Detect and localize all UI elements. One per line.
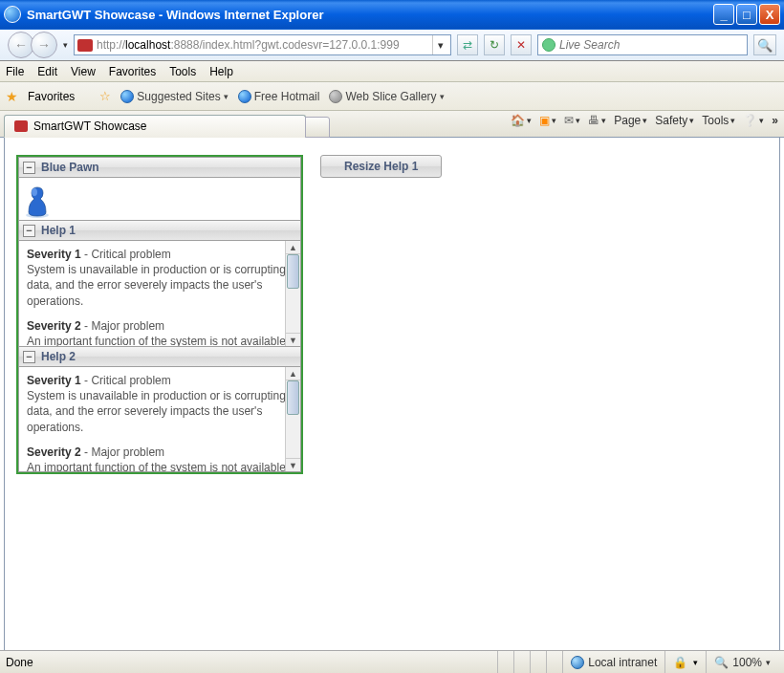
zoom-control[interactable]: 🔍 100% ▾ [706,651,778,673]
bing-icon [542,38,555,52]
globe-icon [571,656,584,669]
section-header-blue-pawn[interactable]: − Blue Pawn [18,157,301,178]
section-header-help2[interactable]: − Help 2 [18,346,301,367]
tools-menu[interactable]: Tools▾ [702,114,735,127]
menu-help[interactable]: Help [209,65,233,78]
ie-icon [4,6,21,23]
section-body-blue-pawn [18,178,301,220]
section-body-help1: Severity 1 - Critical problemSystem is u… [18,241,301,346]
command-bar: 🏠▾ ▣▾ ✉▾ 🖶▾ Page▾ Safety▾ Tools▾ ❔▾ » [511,114,778,127]
collapse-button[interactable]: − [23,225,35,237]
help-button[interactable]: ❔▾ [743,114,764,127]
menu-edit[interactable]: Edit [37,65,57,78]
web-slice-link[interactable]: Web Slice Gallery ▾ [329,90,444,103]
url-field[interactable]: http://localhost:8888/index.html?gwt.cod… [74,34,451,55]
favorites-button[interactable]: Favorites [28,90,75,103]
zone-indicator[interactable]: Local intranet [562,651,664,673]
help2-scrollbar[interactable]: ▲ ▼ [285,367,300,471]
collapse-button[interactable]: − [23,351,35,363]
star-icon: ★ [6,89,18,104]
forward-button[interactable]: → [31,32,57,58]
menu-tools[interactable]: Tools [169,65,196,78]
status-text: Done [6,656,33,669]
help2-text: Severity 1 - Critical problemSystem is u… [19,367,300,472]
home-button[interactable]: 🏠▾ [511,114,532,127]
pawn-icon [23,182,52,218]
menu-bar: File Edit View Favorites Tools Help [0,61,784,82]
search-input[interactable] [559,38,743,52]
tab-page-icon [14,120,28,132]
scroll-thumb[interactable] [287,380,299,415]
page-menu[interactable]: Page▾ [614,114,647,127]
tab-bar: SmartGWT Showcase 🏠▾ ▣▾ ✉▾ 🖶▾ Page▾ Safe… [0,111,784,138]
section-title: Help 2 [41,350,76,363]
section-title: Blue Pawn [41,161,99,174]
status-cell [546,651,562,673]
minimize-button[interactable]: _ [713,4,734,25]
scroll-down-button[interactable]: ▼ [286,458,300,471]
status-cell [530,651,546,673]
free-hotmail-link[interactable]: Free Hotmail [238,90,320,103]
page-icon [77,39,93,52]
print-button[interactable]: 🖶▾ [588,114,606,127]
ie-small-icon [329,90,342,103]
status-cell [513,651,530,673]
address-bar: ← → ▾ http://localhost:8888/index.html?g… [0,29,784,61]
refresh-button[interactable]: ↻ [484,34,505,55]
mail-button[interactable]: ✉▾ [564,114,580,127]
add-fav-icon[interactable]: ☆ [99,89,111,103]
menu-file[interactable]: File [6,65,24,78]
new-tab-button[interactable] [305,117,330,138]
safety-menu[interactable]: Safety▾ [655,114,694,127]
scroll-up-button[interactable]: ▲ [286,367,300,380]
status-cell [497,651,513,673]
maximize-button[interactable]: □ [736,4,757,25]
url-dropdown[interactable]: ▾ [432,35,447,54]
search-box[interactable] [537,34,748,55]
url-text: http://localhost:8888/index.html?gwt.cod… [97,38,432,52]
section-body-help2: Severity 1 - Critical problemSystem is u… [18,367,301,472]
ie-small-icon [120,90,134,103]
page-content: − Blue Pawn − Help 1 Severity 1 - Critic… [4,138,780,650]
stop-button[interactable]: ✕ [511,34,532,55]
feeds-button[interactable]: ▣▾ [539,114,556,127]
section-title: Help 1 [41,224,76,237]
svg-point-1 [32,188,37,196]
section-header-help1[interactable]: − Help 1 [18,220,301,241]
status-bar: Done Local intranet 🔒▾ 🔍 100% ▾ [0,650,784,673]
suggested-sites-link[interactable]: Suggested Sites ▾ [120,90,228,103]
menu-favorites[interactable]: Favorites [109,65,156,78]
protected-mode-button[interactable]: 🔒▾ [664,651,706,673]
history-dropdown[interactable]: ▾ [63,40,68,50]
help1-text: Severity 1 - Critical problemSystem is u… [19,241,300,346]
help1-scrollbar[interactable]: ▲ ▼ [285,241,300,346]
tab-label: SmartGWT Showcase [33,119,146,133]
scroll-up-button[interactable]: ▲ [286,241,300,254]
window-title: SmartGWT Showcase - Windows Internet Exp… [27,8,713,22]
collapse-button[interactable]: − [23,162,35,174]
more-button[interactable]: » [772,114,778,127]
scroll-thumb[interactable] [287,254,299,289]
close-button[interactable]: X [759,4,780,25]
compat-button[interactable]: ⇄ [457,34,478,55]
favorites-bar: ★ Favorites ☆ Suggested Sites ▾ Free Hot… [0,82,784,111]
menu-view[interactable]: View [71,65,96,78]
tab-smartgwt[interactable]: SmartGWT Showcase [4,115,306,138]
search-go-button[interactable]: 🔍 [753,34,776,55]
section-stack: − Blue Pawn − Help 1 Severity 1 - Critic… [16,155,303,474]
scroll-down-button[interactable]: ▼ [286,333,300,346]
window-titlebar: SmartGWT Showcase - Windows Internet Exp… [0,0,784,29]
ie-small-icon [238,90,251,103]
resize-help1-button[interactable]: Resize Help 1 [320,155,442,178]
